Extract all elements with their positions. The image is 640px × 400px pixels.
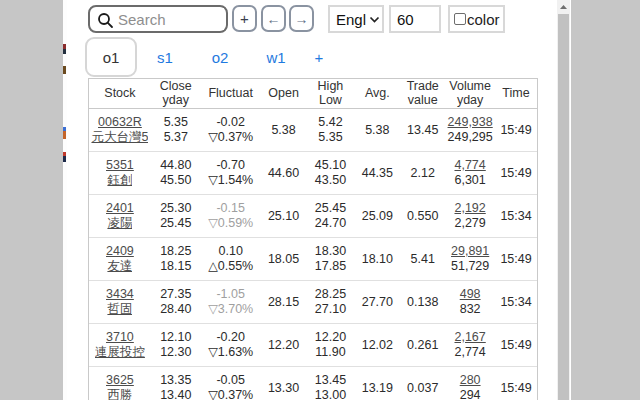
volume-link[interactable]: 4,774 [454,158,485,173]
close-value: 12.10 [160,330,191,345]
tab-w1[interactable]: w1 [255,37,297,77]
stock-code-link[interactable]: 3434 [106,287,134,302]
header-label: Fluctuat [208,87,252,101]
stock-name-link[interactable]: 西勝 [107,388,132,400]
open-cell: 13.30 [261,367,307,400]
time-value: 15:34 [500,295,531,310]
tab-add[interactable]: + [306,37,332,77]
open-cell: 18.05 [261,238,307,280]
stock-name-link[interactable]: 友達 [107,259,132,274]
volume-link[interactable]: 29,891 [451,244,489,259]
header-fluctuation: Fluctuat [201,79,261,108]
open-cell: 28.15 [261,281,307,323]
table-header: Stock Closeyday Fluctuat Open HighLow Av… [89,79,537,109]
stock-cell: 3625西勝 [89,367,151,400]
fluct-cell: -0.20▽1.63% [201,324,261,366]
forward-button[interactable]: → [289,5,314,32]
time-value: 15:34 [500,209,531,224]
high-low-cell: 45.1043.50 [307,152,355,194]
avg-value: 27.70 [362,295,393,310]
stock-name-link[interactable]: 凌陽 [107,216,132,231]
trade-value: 0.550 [407,209,438,224]
volume-cell: 280294 [445,367,495,400]
volume-link[interactable]: 2,167 [454,330,485,345]
low-value: 27.10 [315,302,346,317]
yday-close-value: 18.15 [160,259,191,274]
stock-name-link[interactable]: 元大台灣5 [91,130,148,145]
table-row: 5351鈺創 44.8045.50 -0.70▽1.54% 44.60 45.1… [89,152,537,195]
back-button[interactable]: ← [261,5,286,32]
stock-code-link[interactable]: 5351 [106,158,134,173]
tab-o1[interactable]: o1 [85,37,137,77]
color-toggle[interactable]: color [448,5,505,33]
low-value: 24.70 [315,216,346,231]
avg-value: 12.02 [362,338,393,353]
stock-name-link[interactable]: 哲固 [107,302,132,317]
vertical-scrollbar[interactable] [557,0,570,400]
volume-cell: 29,89151,729 [445,238,495,280]
fluct-cell: 0.10△0.55% [201,238,261,280]
page-fragment [63,156,66,162]
stock-code-link[interactable]: 3625 [106,373,134,388]
close-value: 13.35 [160,373,191,388]
stock-name-link[interactable]: 鈺創 [107,173,132,188]
avg-cell: 44.35 [354,152,400,194]
close-cell: 13.3513.40 [151,367,201,400]
open-cell: 12.20 [261,324,307,366]
yday-volume-value: 249,295 [448,130,493,145]
high-low-cell: 13.4513.00 [307,367,355,400]
scrollbar-thumb[interactable] [558,14,569,400]
high-value: 12.20 [315,330,346,345]
stock-code-link[interactable]: 3710 [106,330,134,345]
chevron-down-icon [369,16,380,23]
tab-s1[interactable]: s1 [145,37,185,77]
page-fragment [63,49,66,54]
search-input[interactable] [118,8,224,30]
low-value: 11.90 [315,345,345,360]
open-value: 25.10 [268,209,299,224]
high-low-cell: 12.2011.90 [307,324,355,366]
stock-code-link[interactable]: 2409 [106,244,134,259]
avg-cell: 18.10 [354,238,400,280]
avg-cell: 13.19 [354,367,400,400]
stock-code-link[interactable]: 2401 [106,201,134,216]
language-select[interactable]: Engl [328,5,384,33]
volume-link[interactable]: 2,192 [454,201,485,216]
volume-link[interactable]: 498 [460,287,481,302]
close-value: 18.25 [160,244,191,259]
scroll-up-button[interactable] [557,0,570,13]
table-row: 00632R元大台灣5 5.355.37 -0.02▽0.37% 5.38 5.… [89,109,537,152]
trade-value-cell: 0.550 [400,195,445,237]
interval-input[interactable] [389,5,441,33]
header-label: Avg. [365,87,390,101]
low-value: 5.35 [318,130,342,145]
color-checkbox[interactable] [454,13,466,25]
header-volume-yday: Volumeyday [445,79,495,108]
change-percent: ▽0.37% [208,388,253,400]
open-value: 18.05 [268,252,299,267]
high-value: 13.45 [315,373,346,388]
header-stock: Stock [89,79,151,108]
header-label: Volume [449,80,491,94]
time-value: 15:49 [500,252,531,267]
quotes-table: Stock Closeyday Fluctuat Open HighLow Av… [88,78,538,400]
volume-link[interactable]: 280 [460,373,481,388]
time-cell: 15:34 [495,281,537,323]
header-label: Trade [407,80,439,94]
stock-code-link[interactable]: 00632R [98,115,142,130]
open-cell: 5.38 [261,109,307,151]
avg-cell: 12.02 [354,324,400,366]
fluct-cell: -0.15▽0.59% [201,195,261,237]
change-percent: ▽0.59% [208,216,253,231]
screen: + ← → Engl color o1 s1 o2 w1 + S [0,0,640,400]
stock-name-link[interactable]: 連展投控 [95,345,145,360]
low-value: 17.85 [315,259,346,274]
header-label: Low [319,94,342,108]
trade-value: 5.41 [411,252,435,267]
add-button[interactable]: + [232,5,257,32]
volume-link[interactable]: 249,938 [448,115,493,130]
time-cell: 15:49 [495,324,537,366]
header-close-yday: Closeyday [151,79,201,108]
tab-o2[interactable]: o2 [200,37,240,77]
stock-cell: 3710連展投控 [89,324,151,366]
